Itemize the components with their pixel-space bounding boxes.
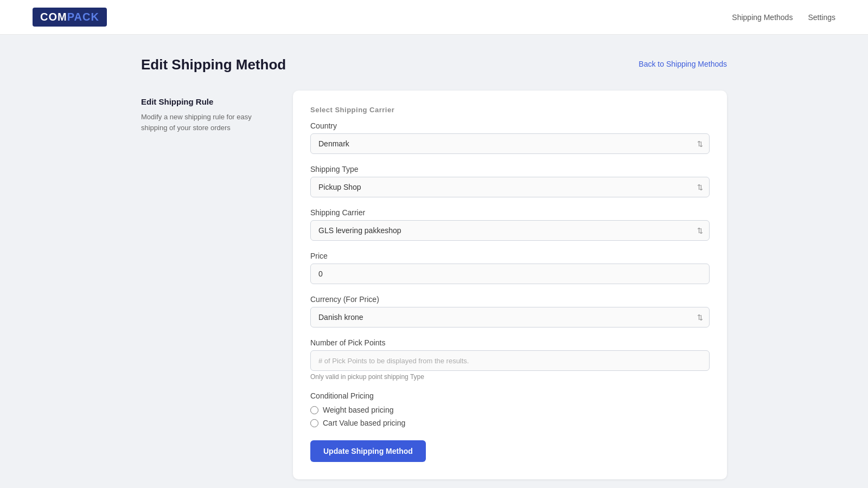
shipping-type-label: Shipping Type — [310, 165, 710, 174]
form-card: Select Shipping Carrier Country Denmark … — [293, 91, 727, 479]
nav-shipping-methods[interactable]: Shipping Methods — [732, 13, 793, 22]
logo-com: COM — [40, 11, 67, 23]
sidebar-heading: Edit Shipping Rule — [141, 97, 271, 106]
country-label: Country — [310, 121, 710, 130]
shipping-carrier-select-wrapper: GLS levering pakkeshop PostNord DHL — [310, 220, 710, 241]
conditional-pricing-group: Conditional Pricing Weight based pricing… — [310, 391, 710, 427]
logo-text: COMPACK — [40, 11, 99, 23]
pick-points-label: Number of Pick Points — [310, 338, 710, 347]
page-header: Edit Shipping Method Back to Shipping Me… — [141, 56, 727, 73]
radio-cart-input[interactable] — [310, 419, 318, 427]
country-select[interactable]: Denmark Sweden Norway Germany — [310, 133, 710, 154]
conditional-pricing-label: Conditional Pricing — [310, 391, 710, 400]
radio-cart-label[interactable]: Cart Value based pricing — [310, 419, 710, 427]
logo: COMPACK — [33, 8, 107, 27]
radio-weight-label[interactable]: Weight based pricing — [310, 406, 710, 414]
sidebar-desc: Modify a new shipping rule for easy ship… — [141, 112, 271, 133]
pick-points-group: Number of Pick Points Only valid in pick… — [310, 338, 710, 381]
submit-button[interactable]: Update Shipping Method — [310, 440, 426, 462]
currency-label: Currency (For Price) — [310, 295, 710, 304]
page-title: Edit Shipping Method — [141, 56, 286, 73]
radio-weight-text: Weight based pricing — [323, 406, 393, 414]
nav-links: Shipping Methods Settings — [732, 13, 835, 22]
shipping-carrier-label: Shipping Carrier — [310, 208, 710, 217]
price-label: Price — [310, 252, 710, 260]
radio-cart-text: Cart Value based pricing — [323, 419, 405, 427]
radio-group: Weight based pricing Cart Value based pr… — [310, 406, 710, 427]
price-group: Price — [310, 252, 710, 284]
nav-settings[interactable]: Settings — [808, 13, 835, 22]
country-select-wrapper: Denmark Sweden Norway Germany — [310, 133, 710, 154]
shipping-carrier-group: Shipping Carrier GLS levering pakkeshop … — [310, 208, 710, 241]
country-group: Country Denmark Sweden Norway Germany — [310, 121, 710, 154]
shipping-type-select-wrapper: Pickup Shop Home Delivery Express — [310, 177, 710, 197]
shipping-type-group: Shipping Type Pickup Shop Home Delivery … — [310, 165, 710, 197]
currency-select[interactable]: Danish krone Euro US Dollar Swedish kron… — [310, 307, 710, 328]
carrier-section-label: Select Shipping Carrier — [310, 106, 710, 114]
logo-pack: PACK — [67, 11, 99, 23]
logo-box: COMPACK — [33, 8, 107, 27]
price-input[interactable] — [310, 264, 710, 284]
page-container: Edit Shipping Method Back to Shipping Me… — [108, 35, 760, 488]
currency-group: Currency (For Price) Danish krone Euro U… — [310, 295, 710, 328]
form-sidebar: Edit Shipping Rule Modify a new shipping… — [141, 91, 271, 133]
navbar: COMPACK Shipping Methods Settings — [0, 0, 868, 35]
pick-points-helper: Only valid in pickup point shipping Type — [310, 373, 710, 381]
currency-select-wrapper: Danish krone Euro US Dollar Swedish kron… — [310, 307, 710, 328]
back-to-shipping-link[interactable]: Back to Shipping Methods — [639, 60, 727, 68]
radio-weight-input[interactable] — [310, 406, 318, 414]
shipping-carrier-select[interactable]: GLS levering pakkeshop PostNord DHL — [310, 220, 710, 241]
shipping-type-select[interactable]: Pickup Shop Home Delivery Express — [310, 177, 710, 197]
pick-points-input[interactable] — [310, 350, 710, 371]
form-layout: Edit Shipping Rule Modify a new shipping… — [141, 91, 727, 479]
